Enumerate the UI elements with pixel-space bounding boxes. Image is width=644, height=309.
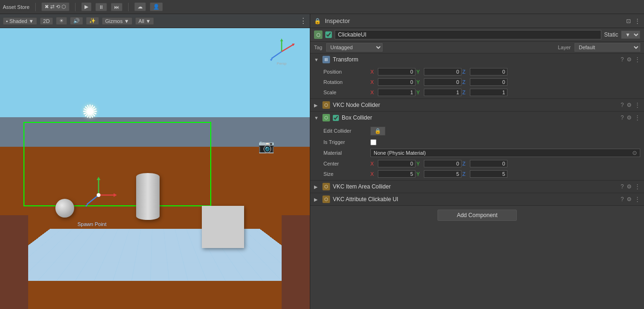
step-button[interactable]: ⏭ [111, 3, 123, 11]
object-header-row: ⬡ Static ▼ [310, 28, 644, 42]
position-y-input[interactable] [424, 68, 461, 75]
scale-x-input[interactable] [378, 89, 415, 96]
transform-header-actions: ? ⚙ ⋮ [621, 56, 640, 63]
scene-floor-grid [0, 229, 310, 281]
scale-x-axis-label: X [370, 90, 377, 95]
transform-settings-icon[interactable]: ⚙ [627, 56, 632, 63]
transform-help-icon[interactable]: ? [621, 56, 624, 63]
sphere-object[interactable] [55, 199, 74, 218]
rotation-values: X Y Z [370, 78, 640, 86]
object-active-checkbox[interactable] [325, 31, 332, 38]
center-z-input[interactable] [470, 160, 507, 167]
vkc-item-area-settings-icon[interactable]: ⚙ [627, 183, 632, 190]
svg-line-11 [87, 195, 99, 204]
vkc-attribute-clickable-ui-icon: ⬡ [322, 196, 330, 203]
cloud-button[interactable]: ☁ [134, 2, 146, 11]
edit-collider-button[interactable]: 🔒 [370, 127, 385, 136]
inspector-header-actions: ⊡ ⋮ [626, 18, 640, 24]
vkc-item-area-collider-actions: ? ⚙ ⋮ [621, 183, 640, 190]
toolbar-transform-tools[interactable]: ✖ ⇄ ⟲ ⬡ [41, 2, 69, 11]
move-gizmo[interactable] [80, 176, 117, 215]
tag-layer-row: Tag Untagged Layer Default [310, 42, 644, 53]
vkc-item-area-chevron-icon: ▶ [314, 184, 320, 189]
main-toolbar: Asset Store ✖ ⇄ ⟲ ⬡ ▶ ⏸ ⏭ ☁ 👤 [0, 0, 644, 14]
scene-soil-left [0, 215, 28, 309]
add-component-button[interactable]: Add Component [437, 210, 517, 221]
vkc-attr-menu-icon[interactable]: ⋮ [635, 196, 640, 203]
scene-2d-btn[interactable]: 2D [40, 17, 53, 25]
scale-y-input[interactable] [424, 89, 461, 96]
inspector-maximize-icon[interactable]: ⊡ [626, 18, 631, 24]
material-pick-button[interactable]: ⊙ [632, 150, 637, 156]
center-x-input[interactable] [378, 160, 415, 167]
rotation-label: Rotation [323, 79, 370, 85]
box-collider-settings-icon[interactable]: ⚙ [627, 114, 632, 121]
center-y-axis-label: Y [416, 161, 423, 166]
toolbar-separator-1 [35, 3, 36, 11]
inspector-header: 🔒 Inspector ⊡ ⋮ [310, 14, 644, 28]
box-collider-header[interactable]: ▼ ⬡ Box Collider ? ⚙ ⋮ [310, 112, 644, 124]
vkc-node-collider-header[interactable]: ▶ ⬡ VKC Node Collider ? ⚙ ⋮ [310, 99, 644, 111]
material-label: Material [323, 150, 370, 156]
position-field-row: Position X Y Z [310, 67, 644, 77]
is-trigger-row: Is Trigger [310, 137, 644, 147]
size-y-input[interactable] [424, 170, 461, 178]
scene-shading-btn[interactable]: ▪ Shaded ▼ [3, 17, 37, 25]
component-vkc-attribute-clickable-ui: ▶ ⬡ VKC Attribute Clickable UI ? ⚙ ⋮ [310, 193, 644, 206]
layer-dropdown[interactable]: Default [575, 43, 640, 52]
scene-all-btn[interactable]: All ▼ [135, 17, 154, 25]
collab-button[interactable]: 👤 [150, 2, 163, 11]
tag-dropdown[interactable]: Untagged [326, 43, 383, 52]
scene-lighting-btn[interactable]: ☀ [56, 17, 67, 25]
vkc-item-area-menu-icon[interactable]: ⋮ [635, 183, 640, 190]
cylinder-object[interactable] [136, 173, 160, 220]
size-x-input[interactable] [378, 170, 415, 178]
vkc-node-collider-settings-icon[interactable]: ⚙ [627, 102, 632, 108]
rotation-z-input[interactable] [470, 78, 507, 86]
inspector-lock-icon[interactable]: 🔒 [314, 18, 321, 24]
rotation-x-input[interactable] [378, 78, 415, 86]
play-button[interactable]: ▶ [81, 2, 92, 11]
box-collider-help-icon[interactable]: ? [621, 114, 624, 121]
transform-chevron-icon: ▼ [314, 57, 320, 62]
scene-fx-btn[interactable]: ✨ [86, 17, 99, 25]
component-transform-header[interactable]: ▼ ⊞ Transform ? ⚙ ⋮ [310, 53, 644, 66]
center-values: X Y Z [370, 160, 640, 167]
box-collider-menu-icon[interactable]: ⋮ [635, 114, 640, 121]
scene-audio-btn[interactable]: 🔊 [70, 17, 83, 25]
vkc-node-collider-menu-icon[interactable]: ⋮ [635, 102, 640, 108]
vkc-node-collider-help-icon[interactable]: ? [621, 102, 624, 108]
box-object[interactable] [202, 206, 244, 248]
transform-component-body: Position X Y Z Rotation [310, 66, 644, 98]
gizmo-axis-widget[interactable]: Persp [268, 38, 296, 66]
scale-z-input[interactable] [470, 89, 507, 96]
vkc-attr-help-icon[interactable]: ? [621, 196, 624, 203]
transform-menu-icon[interactable]: ⋮ [635, 56, 640, 63]
object-name-input[interactable] [335, 30, 601, 39]
vkc-item-area-collider-header[interactable]: ▶ ⬡ VKC Item Area Collider ? ⚙ ⋮ [310, 181, 644, 193]
vkc-attribute-clickable-ui-header[interactable]: ▶ ⬡ VKC Attribute Clickable UI ? ⚙ ⋮ [310, 193, 644, 205]
vkc-attr-settings-icon[interactable]: ⚙ [627, 196, 632, 203]
scale-label: Scale [323, 90, 370, 95]
scene-gizmos-btn[interactable]: Gizmos ▼ [102, 17, 132, 25]
inspector-dots-icon[interactable]: ⋮ [635, 18, 640, 24]
is-trigger-checkbox[interactable] [370, 139, 376, 145]
svg-marker-8 [97, 177, 100, 180]
rotation-z-axis-label: Z [462, 79, 469, 85]
size-values: X Y Z [370, 170, 640, 178]
vkc-item-area-help-icon[interactable]: ? [621, 183, 624, 190]
position-z-input[interactable] [470, 68, 507, 75]
static-dropdown[interactable]: ▼ [621, 30, 640, 39]
pause-button[interactable]: ⏸ [95, 3, 107, 11]
center-y-input[interactable] [424, 160, 461, 167]
svg-text:Persp: Persp [277, 61, 287, 66]
scene-menu-dots[interactable]: ⋮ [299, 16, 307, 25]
scene-view[interactable]: ▪ Shaded ▼ 2D ☀ 🔊 ✨ Gizmos ▼ All ▼ ⋮ [0, 14, 310, 309]
box-collider-body: Edit Collider 🔒 Is Trigger Material [310, 124, 644, 180]
component-vkc-node-collider: ▶ ⬡ VKC Node Collider ? ⚙ ⋮ [310, 99, 644, 112]
position-x-input[interactable] [378, 68, 415, 75]
box-collider-enabled-checkbox[interactable] [333, 115, 339, 121]
size-x-axis-label: X [370, 171, 377, 177]
rotation-y-input[interactable] [424, 78, 461, 86]
size-z-input[interactable] [470, 170, 507, 178]
